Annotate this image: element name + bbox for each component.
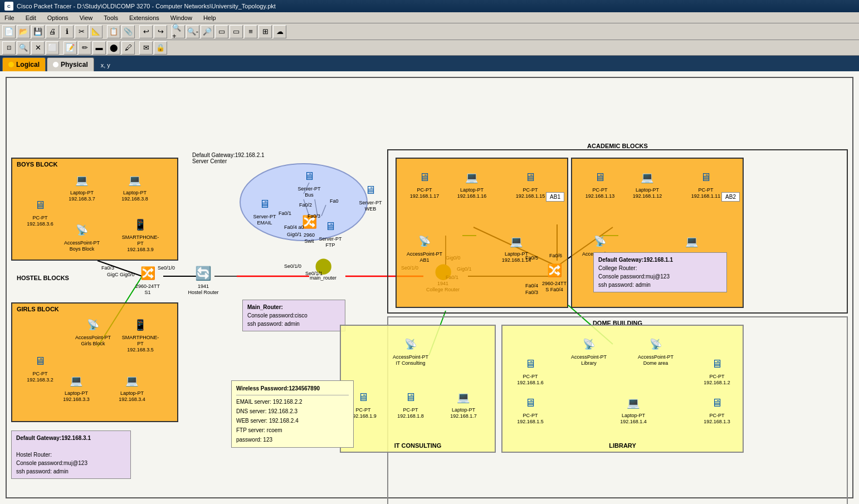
laptop-3-3-device[interactable]: 💻 Laptop-PT192.168.3.3 bbox=[57, 370, 96, 403]
save-button[interactable]: 💾 bbox=[31, 25, 45, 38]
laptop-1-4-device[interactable]: 💻 Laptop-PT192.168.1.4 bbox=[614, 393, 653, 425]
menu-window[interactable]: Window bbox=[168, 14, 194, 21]
ab2-box-label: AB2 bbox=[721, 192, 740, 202]
open-button[interactable]: 📂 bbox=[17, 25, 30, 38]
hostel-router-info: Hostel Router:Console password:muj@123ss… bbox=[16, 451, 126, 476]
smartphone-3-9-device[interactable]: 📱 SMARTPHONE-PT192.168.3.9 bbox=[121, 214, 160, 252]
ap-boys-device[interactable]: 📡 AccessPoint-PTBoys Block bbox=[62, 220, 101, 252]
lock-button[interactable]: 🔒 bbox=[154, 41, 167, 55]
menu-options[interactable]: Options bbox=[45, 14, 71, 21]
lasso-button[interactable]: ⬜ bbox=[46, 41, 59, 55]
oval-button[interactable]: ▭ bbox=[230, 25, 243, 38]
laptop-1-12-device[interactable]: 💻 Laptop-PT192.168.1.12 bbox=[628, 167, 667, 199]
logical-dot-icon bbox=[8, 62, 14, 67]
menu-tools[interactable]: Tools bbox=[101, 14, 120, 21]
laptop-3-4-device[interactable]: 💻 Laptop-PT192.168.3.4 bbox=[113, 370, 152, 403]
center-fa02-label: Fa0/2 bbox=[299, 202, 312, 208]
girls-block: GIRLS BLOCK 📡 AccessPoint-PTGirls Block … bbox=[11, 302, 178, 422]
tool1-button[interactable]: ✂ bbox=[75, 25, 88, 38]
ellipse-button[interactable]: ⬤ bbox=[107, 41, 120, 55]
pc-3-6-device[interactable]: 🖥 PC-PT192.168.3.6 bbox=[21, 195, 60, 227]
rect2-button[interactable]: ▬ bbox=[92, 41, 106, 55]
custom-button[interactable]: ⊞ bbox=[258, 25, 272, 38]
toolbar1: 📄 📂 💾 🖨 ℹ ✂ 📐 📋 📎 ↩ ↪ 🔍+ 🔍- 🔎 ▭ ▭ ≡ ⊞ ☁ bbox=[0, 23, 859, 40]
hostel-router-device[interactable]: 🔄 1941Hostel Router bbox=[184, 263, 223, 296]
cross-button[interactable]: ✕ bbox=[31, 41, 45, 55]
menu-extensions[interactable]: Extensions bbox=[127, 14, 162, 21]
main-router-device[interactable]: ⬤ main_router bbox=[304, 255, 343, 281]
menu-view[interactable]: View bbox=[77, 14, 95, 21]
girls-block-label: GIRLS BLOCK bbox=[17, 306, 59, 312]
ap-lib-device[interactable]: 📡 AccessPoint-PTLibrary bbox=[569, 334, 608, 366]
search-button[interactable]: 🔍 bbox=[17, 41, 30, 55]
dome-fa06-label: Fa0/6 bbox=[549, 253, 562, 258]
server-pt-main-device[interactable]: 🖥 Server-PTBus bbox=[290, 166, 329, 198]
pc-1-2-icon: 🖥 bbox=[706, 354, 728, 374]
switch-dome-label: 2960-24TTS Fa0/4 bbox=[542, 281, 567, 293]
ap-it-device[interactable]: 📡 AccessPoint-PTIT Consulting bbox=[391, 334, 430, 366]
pc-1-8-device[interactable]: 🖥 PC-PT192.168.1.8 bbox=[391, 387, 430, 419]
ap-dome-device[interactable]: 📡 AccessPoint-PTDome area bbox=[636, 334, 675, 366]
redo-button[interactable]: ↪ bbox=[154, 25, 167, 38]
menu-help[interactable]: Help bbox=[201, 14, 218, 21]
pc-1-2-device[interactable]: 🖥 PC-PT192.168.1.2 bbox=[697, 354, 736, 386]
s1-fa03-label: Fa0/3 bbox=[101, 265, 114, 271]
college-router-info-content: College Router:Console password:muj@123s… bbox=[598, 264, 722, 289]
rect-button[interactable]: ▭ bbox=[215, 25, 228, 38]
laptop-1-16-device[interactable]: 💻 Laptop-PT192.168.1.16 bbox=[452, 167, 491, 199]
server-email-device[interactable]: 🖥 Server-PTEMAIL bbox=[245, 194, 284, 226]
pc-1-11-device[interactable]: 🖥 PC-PT192.168.1.11 bbox=[686, 167, 725, 199]
ap-boys-label: AccessPoint-PTBoys Block bbox=[64, 240, 100, 252]
pc-1-6-device[interactable]: 🖥 PC-PT192.168.1.6 bbox=[511, 354, 550, 386]
physical-tab-label: Physical bbox=[61, 61, 88, 68]
ap-girls-device[interactable]: 📡 AccessPoint-PTGirls Block bbox=[74, 315, 113, 347]
print-button[interactable]: 🖨 bbox=[46, 25, 59, 38]
menu-file[interactable]: File bbox=[2, 14, 17, 21]
info-button[interactable]: ℹ bbox=[60, 25, 74, 38]
zoom-fit-button[interactable]: 🔎 bbox=[201, 25, 214, 38]
s1-se010-label: Se0/1/0 bbox=[158, 265, 175, 271]
paste-button[interactable]: 📎 bbox=[121, 25, 135, 38]
laptop-3-4-icon: 💻 bbox=[121, 370, 143, 390]
zoom-in-button[interactable]: 🔍+ bbox=[172, 25, 185, 38]
pencil-button[interactable]: ✏ bbox=[78, 41, 91, 55]
zoom-out-button[interactable]: 🔍- bbox=[186, 25, 199, 38]
laptop-1-7-device[interactable]: 💻 Laptop-PT192.168.1.7 bbox=[444, 387, 483, 419]
undo-button[interactable]: ↩ bbox=[139, 25, 153, 38]
cloud-button[interactable]: ☁ bbox=[273, 25, 286, 38]
tool2-button[interactable]: 📐 bbox=[89, 25, 103, 38]
new-button[interactable]: 📄 bbox=[2, 25, 16, 38]
ap-it-icon: 📡 bbox=[399, 334, 422, 354]
switch-dome-device[interactable]: 🔀 2960-24TTS Fa0/4 bbox=[535, 261, 574, 293]
pc-1-13-device[interactable]: 🖥 PC-PT192.168.1.13 bbox=[580, 167, 619, 199]
copy-button[interactable]: 📋 bbox=[107, 25, 120, 38]
email-button[interactable]: ✉ bbox=[139, 41, 153, 55]
menu-edit[interactable]: Edit bbox=[23, 14, 38, 21]
laptop-3-8-device[interactable]: 💻 Laptop-PT192.168.3.8 bbox=[115, 170, 154, 202]
it-consulting-block: 📡 AccessPoint-PTIT Consulting 🖥 PC-PT192… bbox=[340, 325, 496, 453]
physical-tab[interactable]: Physical bbox=[47, 57, 94, 71]
pc-1-5-icon: 🖥 bbox=[519, 393, 541, 413]
pc-1-3-device[interactable]: 🖥 PC-PT192.168.1.3 bbox=[697, 393, 736, 425]
note-button[interactable]: 📝 bbox=[64, 41, 77, 55]
pc-1-5-label: PC-PT192.168.1.5 bbox=[517, 413, 544, 425]
pc-1-3-icon: 🖥 bbox=[706, 393, 728, 413]
pc-1-15-device[interactable]: 🖥 PC-PT192.168.1.15 bbox=[511, 167, 550, 199]
server-web-device[interactable]: 🖥 Server-PTWEB bbox=[351, 180, 390, 212]
pc-3-2-device[interactable]: 🖥 PC-PT192.168.3.2 bbox=[21, 351, 60, 383]
pc-1-17-device[interactable]: 🖥 PC-PT192.168.1.17 bbox=[405, 167, 444, 199]
ap-girls-label: AccessPoint-PTGirls Block bbox=[75, 335, 111, 347]
select-all-button[interactable]: ⊡ bbox=[2, 41, 16, 55]
dome-fa05-label: Fa0/5 bbox=[525, 255, 538, 261]
pen-button[interactable]: 🖊 bbox=[121, 41, 135, 55]
smartphone-3-5-device[interactable]: 📱 SMARTPHONE-PT192.168.3.5 bbox=[121, 315, 160, 353]
list-button[interactable]: ≡ bbox=[244, 25, 257, 38]
pc-1-9-icon: 🖥 bbox=[352, 387, 374, 407]
pc-1-5-device[interactable]: 🖥 PC-PT192.168.1.5 bbox=[511, 393, 550, 425]
logical-tab[interactable]: Logical bbox=[2, 57, 46, 71]
s1-gig00-label: GigC Gig0/0 bbox=[107, 272, 135, 277]
pc-1-8-icon: 🖥 bbox=[399, 387, 422, 407]
college-gw-label: Default Gateway:192.168.1.1 bbox=[598, 256, 722, 264]
ap-ab1-device[interactable]: 📡 AccessPoint-PTAB1 bbox=[405, 231, 444, 263]
laptop-3-7-device[interactable]: 💻 Laptop-PT192.168.3.7 bbox=[62, 170, 101, 202]
